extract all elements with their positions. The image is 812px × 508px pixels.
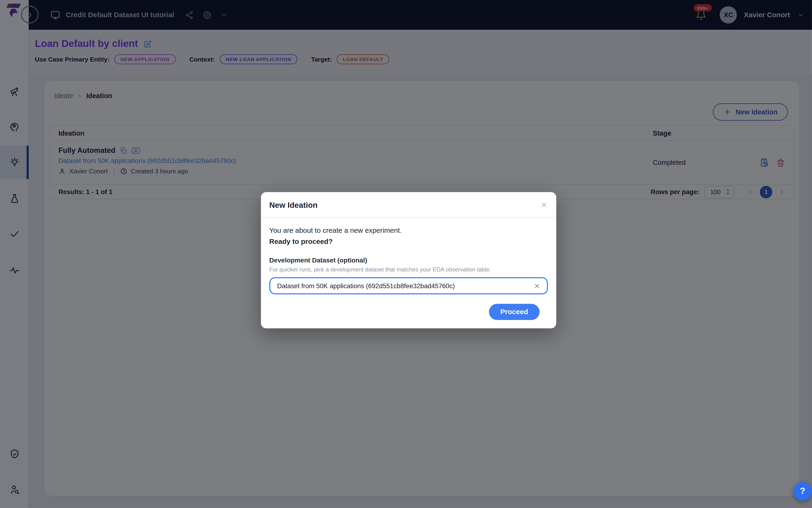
- clear-input-icon[interactable]: [533, 282, 541, 289]
- dataset-field-help: For quicker runs, pick a development dat…: [269, 266, 548, 272]
- modal-body-line1: You are about to create a new experiment…: [269, 227, 548, 235]
- dataset-input[interactable]: Dataset from 50K applications (692d551cb…: [269, 277, 548, 294]
- new-ideation-modal: New Ideation You are about to create a n…: [261, 192, 556, 328]
- modal-body-line2: Ready to proceed?: [269, 238, 548, 245]
- proceed-button[interactable]: Proceed: [489, 304, 539, 320]
- dataset-field-label: Development Dataset (optional): [269, 257, 548, 264]
- dataset-input-value: Dataset from 50K applications (692d551cb…: [277, 282, 455, 289]
- app-root: Credit Default Dataset UI tutorial 999+: [0, 0, 812, 508]
- modal-close-icon[interactable]: [540, 201, 548, 209]
- modal-title: New Ideation: [269, 200, 318, 209]
- help-button[interactable]: ?: [793, 482, 812, 501]
